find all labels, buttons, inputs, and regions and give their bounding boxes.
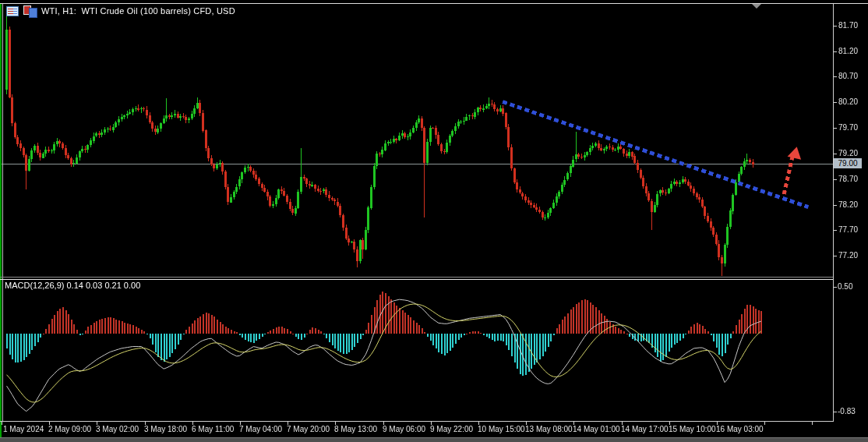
time-axis-label: 13 May 08:00 <box>525 425 573 433</box>
price-axis-label: 79.70 <box>838 123 858 132</box>
bottom-strip <box>0 437 868 442</box>
time-tick <box>764 422 765 425</box>
time-axis-label: 3 May 18:00 <box>144 425 187 433</box>
price-axis-label: 80.70 <box>838 72 858 80</box>
time-axis-label: 7 May 04:00 <box>239 425 282 433</box>
price-axis-label: 78.20 <box>838 200 858 209</box>
left-green-border <box>0 4 2 437</box>
chart-title: WTI, H1: WTI Crude Oil (100 barrels) CFD… <box>41 6 235 16</box>
time-axis-label: 14 May 17:00 <box>621 425 669 433</box>
price-axis-label: 77.20 <box>838 251 858 260</box>
price-axis-line <box>833 4 834 421</box>
chart-window: WTI, H1: WTI Crude Oil (100 barrels) CFD… <box>0 0 868 442</box>
chart-window-icon <box>23 5 37 16</box>
macd-axis-label: 0.50 <box>838 282 852 291</box>
price-axis-label: 78.70 <box>838 175 858 183</box>
time-axis-label: 16 May 03:00 <box>716 425 764 433</box>
tick-table-icon <box>6 6 19 16</box>
time-axis-line <box>0 421 834 422</box>
chart-canvas[interactable] <box>0 0 868 442</box>
price-axis-label: 81.70 <box>838 21 858 30</box>
time-axis-label: 7 May 20:00 <box>287 425 330 433</box>
pane-separator-bottom[interactable] <box>0 279 833 280</box>
price-axis-label: 80.20 <box>838 97 858 106</box>
time-tick <box>2 422 2 425</box>
time-axis-label: 2 May 09:00 <box>48 425 91 433</box>
time-axis-label: 8 May 13:00 <box>334 425 377 433</box>
macd-axis-label: -0.83 <box>838 407 856 415</box>
time-axis-label: 1 May 2024 <box>3 425 44 433</box>
price-axis-label: 81.20 <box>838 47 858 55</box>
macd-indicator-label: MACD(12,26,9) 0.14 0.03 0.21 0.00 <box>5 281 140 290</box>
time-axis-label: 10 May 15:00 <box>478 425 525 433</box>
time-axis-label: 14 May 01:00 <box>573 425 620 433</box>
pane-left-border <box>2 4 3 421</box>
chart-title-bar: WTI, H1: WTI Crude Oil (100 barrels) CFD… <box>6 5 235 16</box>
time-tick <box>812 422 813 425</box>
time-axis-label: 9 May 06:00 <box>383 425 425 433</box>
price-axis-label: 79.20 <box>838 149 858 157</box>
price-axis-label: 77.70 <box>838 225 858 234</box>
top-border <box>0 3 868 4</box>
chart-shift-marker-icon[interactable] <box>752 4 761 9</box>
time-axis-label: 9 May 22:00 <box>430 425 473 433</box>
current-price-badge: 79.00 <box>834 158 862 168</box>
time-axis-label: 6 May 11:00 <box>192 425 234 433</box>
time-axis-label: 3 May 02:00 <box>96 425 139 433</box>
pane-separator-top <box>0 277 833 278</box>
time-axis-label: 15 May 10:00 <box>669 425 716 433</box>
